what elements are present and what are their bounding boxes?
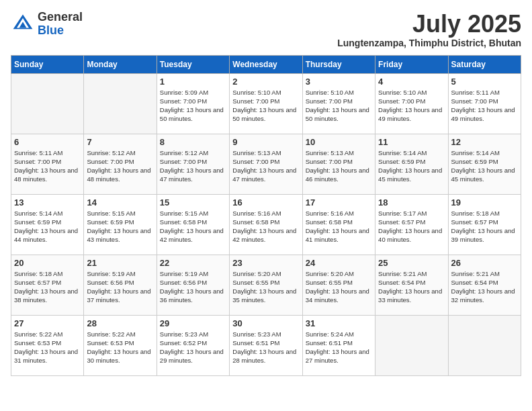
- day-number: 20: [14, 258, 81, 268]
- day-number: 22: [160, 258, 226, 268]
- logo-general: General: [38, 10, 83, 24]
- calendar-day-header: Saturday: [448, 55, 521, 73]
- calendar-day-header: Wednesday: [230, 55, 302, 73]
- calendar-week-row: 1Sunrise: 5:09 AMSunset: 7:00 PMDaylight…: [11, 73, 521, 134]
- day-info: Sunrise: 5:23 AMSunset: 6:52 PMDaylight:…: [160, 330, 226, 365]
- day-info: Sunrise: 5:18 AMSunset: 6:57 PMDaylight:…: [451, 209, 518, 244]
- calendar-cell: 19Sunrise: 5:18 AMSunset: 6:57 PMDayligh…: [448, 194, 521, 255]
- calendar-cell: [375, 315, 448, 375]
- day-info: Sunrise: 5:20 AMSunset: 6:55 PMDaylight:…: [306, 269, 372, 305]
- day-info: Sunrise: 5:12 AMSunset: 7:00 PMDaylight:…: [160, 148, 226, 184]
- calendar-day-header: Monday: [84, 55, 157, 73]
- calendar-cell: [448, 315, 521, 375]
- calendar-header-row: SundayMondayTuesdayWednesdayThursdayFrid…: [11, 55, 521, 73]
- day-number: 18: [378, 197, 445, 208]
- day-info: Sunrise: 5:24 AMSunset: 6:51 PMDaylight:…: [306, 330, 372, 365]
- calendar-cell: 22Sunrise: 5:19 AMSunset: 6:56 PMDayligh…: [157, 255, 229, 315]
- day-info: Sunrise: 5:13 AMSunset: 7:00 PMDaylight:…: [306, 148, 372, 184]
- calendar-cell: [84, 73, 157, 134]
- day-info: Sunrise: 5:19 AMSunset: 6:56 PMDaylight:…: [160, 269, 226, 305]
- day-number: 16: [232, 197, 299, 208]
- calendar-cell: 5Sunrise: 5:11 AMSunset: 7:00 PMDaylight…: [448, 73, 521, 134]
- month-year: July 2025: [337, 11, 521, 38]
- calendar-cell: 15Sunrise: 5:15 AMSunset: 6:58 PMDayligh…: [157, 194, 229, 255]
- day-number: 28: [87, 318, 153, 328]
- day-info: Sunrise: 5:17 AMSunset: 6:57 PMDaylight:…: [378, 209, 445, 244]
- day-info: Sunrise: 5:15 AMSunset: 6:59 PMDaylight:…: [87, 209, 153, 244]
- day-number: 11: [378, 137, 445, 147]
- calendar-week-row: 27Sunrise: 5:22 AMSunset: 6:53 PMDayligh…: [11, 315, 521, 375]
- calendar-table: SundayMondayTuesdayWednesdayThursdayFrid…: [11, 55, 521, 376]
- day-number: 2: [232, 77, 299, 87]
- calendar-cell: 4Sunrise: 5:10 AMSunset: 7:00 PMDaylight…: [375, 73, 448, 134]
- calendar-cell: 10Sunrise: 5:13 AMSunset: 7:00 PMDayligh…: [302, 134, 375, 194]
- day-info: Sunrise: 5:21 AMSunset: 6:54 PMDaylight:…: [378, 269, 445, 305]
- calendar-week-row: 13Sunrise: 5:14 AMSunset: 6:59 PMDayligh…: [11, 194, 521, 255]
- day-number: 4: [378, 77, 445, 87]
- day-number: 26: [451, 258, 518, 268]
- calendar-day-header: Sunday: [11, 55, 84, 73]
- calendar-cell: 9Sunrise: 5:13 AMSunset: 7:00 PMDaylight…: [230, 134, 302, 194]
- day-number: 1: [160, 77, 226, 87]
- calendar-cell: 17Sunrise: 5:16 AMSunset: 6:58 PMDayligh…: [302, 194, 375, 255]
- calendar-cell: 3Sunrise: 5:10 AMSunset: 7:00 PMDaylight…: [302, 73, 375, 134]
- day-info: Sunrise: 5:19 AMSunset: 6:56 PMDaylight:…: [87, 269, 153, 305]
- calendar-cell: [11, 73, 84, 134]
- day-number: 24: [306, 258, 372, 268]
- day-info: Sunrise: 5:21 AMSunset: 6:54 PMDaylight:…: [451, 269, 518, 305]
- calendar-cell: 16Sunrise: 5:16 AMSunset: 6:58 PMDayligh…: [230, 194, 302, 255]
- day-number: 5: [451, 77, 518, 87]
- day-number: 9: [232, 137, 299, 147]
- day-info: Sunrise: 5:22 AMSunset: 6:53 PMDaylight:…: [87, 330, 153, 365]
- day-info: Sunrise: 5:10 AMSunset: 7:00 PMDaylight:…: [378, 88, 445, 124]
- calendar-cell: 28Sunrise: 5:22 AMSunset: 6:53 PMDayligh…: [84, 315, 157, 375]
- calendar-cell: 20Sunrise: 5:18 AMSunset: 6:57 PMDayligh…: [11, 255, 84, 315]
- day-number: 6: [14, 137, 81, 147]
- calendar-cell: 25Sunrise: 5:21 AMSunset: 6:54 PMDayligh…: [375, 255, 448, 315]
- day-info: Sunrise: 5:09 AMSunset: 7:00 PMDaylight:…: [160, 88, 226, 124]
- logo-icon: [11, 12, 35, 36]
- day-number: 27: [14, 318, 81, 328]
- calendar-cell: 30Sunrise: 5:23 AMSunset: 6:51 PMDayligh…: [230, 315, 302, 375]
- day-info: Sunrise: 5:12 AMSunset: 7:00 PMDaylight:…: [87, 148, 153, 184]
- calendar-day-header: Friday: [375, 55, 448, 73]
- day-number: 25: [378, 258, 445, 268]
- day-number: 29: [160, 318, 226, 328]
- day-info: Sunrise: 5:20 AMSunset: 6:55 PMDaylight:…: [232, 269, 299, 305]
- logo-blue: Blue: [38, 24, 64, 37]
- day-info: Sunrise: 5:14 AMSunset: 6:59 PMDaylight:…: [378, 148, 445, 184]
- calendar-cell: 11Sunrise: 5:14 AMSunset: 6:59 PMDayligh…: [375, 134, 448, 194]
- day-number: 12: [451, 137, 518, 147]
- day-info: Sunrise: 5:14 AMSunset: 6:59 PMDaylight:…: [451, 148, 518, 184]
- day-number: 14: [87, 197, 153, 208]
- day-info: Sunrise: 5:11 AMSunset: 7:00 PMDaylight:…: [14, 148, 81, 184]
- day-number: 13: [14, 197, 81, 208]
- day-info: Sunrise: 5:18 AMSunset: 6:57 PMDaylight:…: [14, 269, 81, 305]
- calendar-cell: 21Sunrise: 5:19 AMSunset: 6:56 PMDayligh…: [84, 255, 157, 315]
- day-number: 17: [306, 197, 372, 208]
- day-info: Sunrise: 5:23 AMSunset: 6:51 PMDaylight:…: [232, 330, 299, 365]
- calendar-cell: 7Sunrise: 5:12 AMSunset: 7:00 PMDaylight…: [84, 134, 157, 194]
- day-number: 8: [160, 137, 226, 147]
- page-header: General Blue July 2025 Lungtenzampa, Thi…: [11, 11, 521, 48]
- calendar-cell: 27Sunrise: 5:22 AMSunset: 6:53 PMDayligh…: [11, 315, 84, 375]
- day-info: Sunrise: 5:14 AMSunset: 6:59 PMDaylight:…: [14, 209, 81, 244]
- calendar-cell: 1Sunrise: 5:09 AMSunset: 7:00 PMDaylight…: [157, 73, 229, 134]
- calendar-week-row: 20Sunrise: 5:18 AMSunset: 6:57 PMDayligh…: [11, 255, 521, 315]
- calendar-cell: 12Sunrise: 5:14 AMSunset: 6:59 PMDayligh…: [448, 134, 521, 194]
- day-number: 10: [306, 137, 372, 147]
- day-info: Sunrise: 5:13 AMSunset: 7:00 PMDaylight:…: [232, 148, 299, 184]
- calendar-day-header: Thursday: [302, 55, 375, 73]
- calendar-cell: 14Sunrise: 5:15 AMSunset: 6:59 PMDayligh…: [84, 194, 157, 255]
- day-number: 7: [87, 137, 153, 147]
- calendar-cell: 31Sunrise: 5:24 AMSunset: 6:51 PMDayligh…: [302, 315, 375, 375]
- day-info: Sunrise: 5:10 AMSunset: 7:00 PMDaylight:…: [306, 88, 372, 124]
- title-block: July 2025 Lungtenzampa, Thimphu District…: [337, 11, 521, 48]
- day-info: Sunrise: 5:11 AMSunset: 7:00 PMDaylight:…: [451, 88, 518, 124]
- logo-text: General Blue: [38, 11, 83, 38]
- day-number: 19: [451, 197, 518, 208]
- calendar-cell: 8Sunrise: 5:12 AMSunset: 7:00 PMDaylight…: [157, 134, 229, 194]
- day-info: Sunrise: 5:16 AMSunset: 6:58 PMDaylight:…: [232, 209, 299, 244]
- calendar-cell: 29Sunrise: 5:23 AMSunset: 6:52 PMDayligh…: [157, 315, 229, 375]
- calendar-week-row: 6Sunrise: 5:11 AMSunset: 7:00 PMDaylight…: [11, 134, 521, 194]
